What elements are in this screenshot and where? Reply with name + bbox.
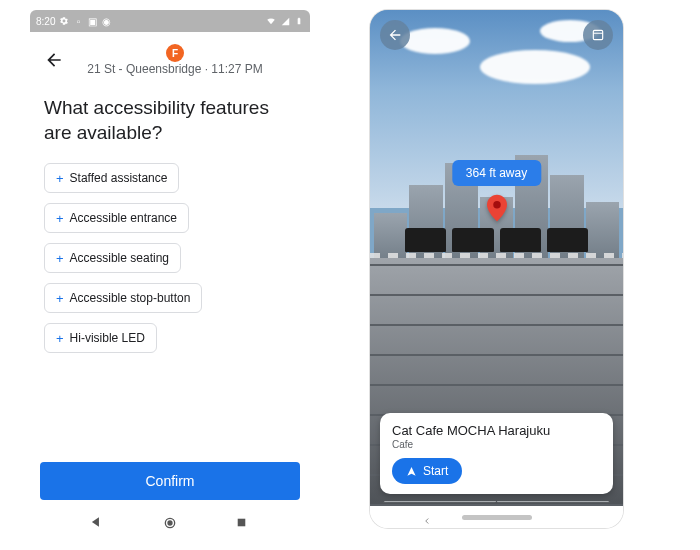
place-type: Cafe (392, 439, 601, 450)
svg-point-4 (493, 201, 501, 209)
chip-label: Accessible entrance (70, 211, 177, 225)
plus-icon: + (56, 172, 64, 185)
phone-accessibility: 8:20 ▫ ▣ ◉ F 21 St - Queensbridge · 11:2… (30, 10, 310, 540)
notification-icon: ▫ (73, 16, 83, 26)
nav-back-icon[interactable] (422, 512, 432, 522)
android-gesture-navbar (370, 506, 623, 528)
station-subtitle: 21 St - Queensbridge · 11:27 PM (87, 62, 262, 76)
navigate-icon (406, 466, 417, 477)
confirm-button[interactable]: Confirm (40, 462, 300, 500)
destination-pin-icon (487, 194, 507, 222)
chip-label: Accessible seating (70, 251, 169, 265)
feature-chip-accessible-seating[interactable]: + Accessible seating (44, 243, 181, 273)
plus-icon: + (56, 212, 64, 225)
status-bar: 8:20 ▫ ▣ ◉ (30, 10, 310, 32)
chip-label: Staffed assistance (70, 171, 168, 185)
svg-rect-3 (593, 30, 602, 39)
plus-icon: + (56, 332, 64, 345)
feature-chip-hi-visible-led[interactable]: + Hi-visible LED (44, 323, 157, 353)
chip-label: Hi-visible LED (70, 331, 145, 345)
nav-back-icon[interactable] (89, 515, 105, 531)
place-name: Cat Cafe MOCHA Harajuku (392, 423, 601, 438)
gear-icon (59, 16, 69, 26)
phone-live-view: 364 ft away Cat Cafe MOCHA Harajuku Cafe… (370, 10, 623, 528)
question-heading: What accessibility features are availabl… (30, 82, 310, 163)
svg-point-1 (168, 521, 172, 525)
transit-line-badge: F (166, 44, 184, 62)
live-view-back-button[interactable] (380, 20, 410, 50)
wifi-icon (266, 16, 276, 26)
plus-icon: + (56, 292, 64, 305)
svg-rect-2 (238, 519, 246, 527)
android-navbar (30, 506, 310, 540)
place-card[interactable]: Cat Cafe MOCHA Harajuku Cafe Start (380, 413, 613, 494)
feature-chip-accessible-stop-button[interactable]: + Accessible stop-button (44, 283, 202, 313)
chip-label: Accessible stop-button (70, 291, 191, 305)
nav-home-pill[interactable] (462, 515, 532, 520)
live-view-map-toggle-button[interactable] (583, 20, 613, 50)
nav-recent-icon[interactable] (235, 515, 251, 531)
notification-icon: ▣ (87, 16, 97, 26)
header: F 21 St - Queensbridge · 11:27 PM (30, 32, 310, 82)
plus-icon: + (56, 252, 64, 265)
status-time: 8:20 (36, 16, 55, 27)
nav-home-icon[interactable] (162, 515, 178, 531)
live-view-camera: 364 ft away Cat Cafe MOCHA Harajuku Cafe… (370, 10, 623, 506)
feature-chip-staffed-assistance[interactable]: + Staffed assistance (44, 163, 179, 193)
distance-pill: 364 ft away (452, 160, 541, 186)
feature-chip-accessible-entrance[interactable]: + Accessible entrance (44, 203, 189, 233)
battery-icon (294, 16, 304, 26)
signal-icon (280, 16, 290, 26)
start-navigation-button[interactable]: Start (392, 458, 462, 484)
feature-chip-list: + Staffed assistance + Accessible entran… (30, 163, 310, 353)
location-dot-icon: ◉ (101, 16, 111, 26)
